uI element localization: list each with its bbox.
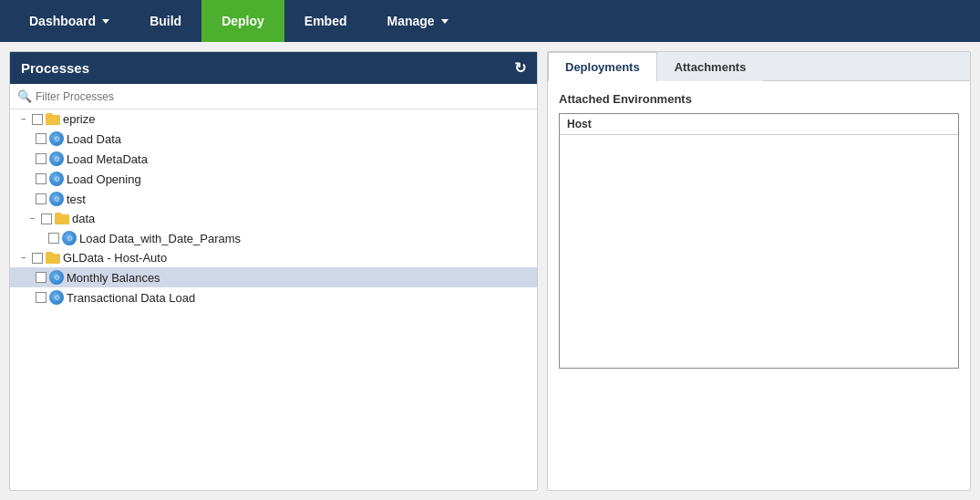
- tab-deployments[interactable]: Deployments: [548, 52, 657, 81]
- label-monthly-balances: Monthly Balances: [67, 271, 160, 285]
- tab-attachments-label: Attachments: [675, 60, 747, 74]
- tree-item-test[interactable]: test: [10, 189, 537, 209]
- dashboard-label: Dashboard: [29, 14, 96, 28]
- manage-arrow-icon: [441, 19, 449, 24]
- build-label: Build: [150, 14, 181, 28]
- label-transactional-data: Transactional Data Load: [67, 291, 195, 305]
- checkbox-transactional-data[interactable]: [36, 292, 46, 303]
- tree-item-load-metadata[interactable]: Load MetaData: [10, 149, 537, 169]
- embed-label: Embed: [304, 14, 347, 28]
- process-icon-load-data-date: [62, 231, 77, 245]
- process-icon-monthly-balances: [49, 270, 64, 285]
- checkbox-eprize[interactable]: [32, 114, 43, 125]
- search-icon: 🔍: [17, 89, 32, 103]
- label-load-opening: Load Opening: [67, 172, 141, 186]
- tree-item-load-opening[interactable]: Load Opening: [10, 169, 537, 189]
- checkbox-load-data-date[interactable]: [48, 233, 59, 244]
- process-icon-test: [49, 192, 64, 206]
- nav-dashboard[interactable]: Dashboard: [9, 0, 129, 42]
- filter-input[interactable]: [36, 90, 530, 103]
- processes-title: Processes: [21, 60, 89, 76]
- label-load-data: Load Data: [67, 132, 121, 146]
- tabs-bar: Deployments Attachments: [548, 52, 970, 81]
- tree-item-transactional-data[interactable]: Transactional Data Load: [10, 287, 537, 307]
- tree-item-load-data[interactable]: Load Data: [10, 129, 537, 149]
- process-icon-transactional-data: [49, 290, 64, 305]
- right-content: Attached Environments Host: [548, 81, 970, 490]
- tab-attachments[interactable]: Attachments: [657, 52, 764, 81]
- processes-panel: Processes ↻ 🔍 − eprize Load Data: [9, 51, 538, 491]
- collapse-eprize[interactable]: −: [17, 113, 30, 126]
- checkbox-test[interactable]: [36, 193, 46, 204]
- manage-label: Manage: [387, 14, 435, 28]
- deploy-label: Deploy: [222, 14, 264, 28]
- dashboard-arrow-icon: [102, 19, 109, 24]
- right-panel: Deployments Attachments Attached Environ…: [547, 51, 971, 491]
- label-test: test: [67, 193, 86, 206]
- tree-item-data[interactable]: − data: [10, 209, 537, 228]
- label-gldata: GLData - Host-Auto: [63, 251, 167, 265]
- folder-icon-eprize: [46, 113, 60, 125]
- process-icon-load-data: [49, 131, 64, 146]
- processes-header: Processes ↻: [10, 52, 537, 84]
- folder-icon-gldata: [46, 252, 60, 264]
- tree-item-eprize[interactable]: − eprize: [10, 109, 537, 129]
- processes-tree[interactable]: − eprize Load Data Load MetaData: [10, 109, 537, 490]
- label-load-metadata: Load MetaData: [67, 152, 148, 166]
- tree-item-gldata[interactable]: − GLData - Host-Auto: [10, 248, 537, 267]
- main-content: Processes ↻ 🔍 − eprize Load Data: [0, 42, 980, 500]
- nav-embed[interactable]: Embed: [284, 0, 367, 42]
- nav-manage[interactable]: Manage: [367, 0, 469, 42]
- checkbox-load-data[interactable]: [36, 133, 46, 144]
- nav-build[interactable]: Build: [129, 0, 201, 42]
- collapse-gldata[interactable]: −: [17, 252, 30, 265]
- refresh-icon[interactable]: ↻: [514, 59, 526, 77]
- table-header-host: Host: [560, 114, 958, 135]
- tree-item-monthly-balances[interactable]: Monthly Balances: [10, 267, 537, 287]
- folder-icon-data: [55, 213, 69, 224]
- process-icon-load-metadata: [49, 151, 64, 166]
- collapse-data[interactable]: −: [26, 213, 39, 225]
- label-eprize: eprize: [63, 112, 95, 126]
- tree-item-load-data-date[interactable]: Load Data_with_Date_Params: [10, 228, 537, 248]
- filter-bar: 🔍: [10, 84, 537, 109]
- nav-deploy[interactable]: Deploy: [201, 0, 284, 42]
- checkbox-load-opening[interactable]: [36, 173, 46, 184]
- label-data: data: [72, 212, 95, 225]
- checkbox-load-metadata[interactable]: [36, 153, 46, 164]
- checkbox-gldata[interactable]: [32, 253, 43, 264]
- checkbox-data[interactable]: [41, 214, 52, 224]
- label-load-data-date: Load Data_with_Date_Params: [79, 232, 241, 245]
- tab-deployments-label: Deployments: [565, 60, 640, 74]
- top-navigation: Dashboard Build Deploy Embed Manage: [0, 0, 980, 42]
- checkbox-monthly-balances[interactable]: [36, 272, 46, 283]
- process-icon-load-opening: [49, 172, 64, 186]
- environments-table: Host: [559, 113, 959, 369]
- section-title: Attached Environments: [559, 92, 959, 106]
